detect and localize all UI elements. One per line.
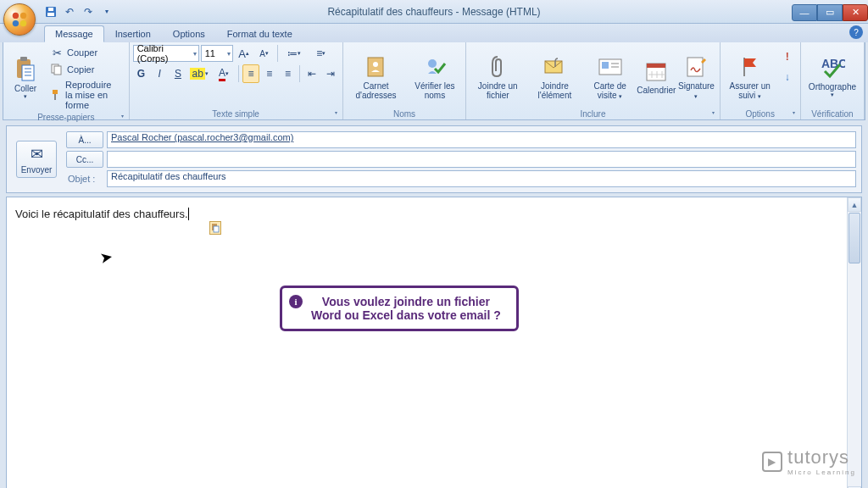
calendar-button[interactable]: Calendrier (637, 44, 675, 108)
paperclip-icon (484, 53, 511, 80)
align-right-button[interactable]: ≡ (280, 64, 297, 83)
align-center-button[interactable]: ≡ (261, 64, 278, 83)
svg-rect-31 (687, 58, 703, 76)
message-body-container: ◢ Voici le récapitulatif des chauffeurs.… (6, 197, 862, 488)
font-color-button[interactable]: A▾ (213, 64, 236, 83)
svg-text:ABC: ABC (821, 57, 845, 70)
undo-icon[interactable]: ↶ (63, 5, 76, 19)
help-button[interactable]: ? (849, 25, 863, 39)
highlight-button[interactable]: ab▾ (188, 64, 211, 83)
follow-up-button[interactable]: Assurer un suivi ▾ (724, 44, 776, 108)
svg-rect-14 (54, 66, 61, 75)
high-importance-button[interactable]: ! (778, 47, 797, 66)
tooltip-line2: Word ou Excel dans votre email ? (311, 308, 501, 322)
group-label-clipboard: Presse-papiers (7, 112, 125, 123)
underline-button[interactable]: S (170, 64, 186, 83)
bullets-button[interactable]: ≔▾ (281, 44, 307, 63)
body-text-content: Voici le récapitulatif des chauffeurs. (15, 208, 188, 220)
address-book-button[interactable]: Carnet d'adresses (347, 44, 406, 108)
send-label: Envoyer (21, 165, 53, 175)
numbering-button[interactable]: ≡▾ (309, 44, 334, 63)
check-names-icon (421, 53, 448, 80)
watermark: ▶ tutorys Micro Learning (762, 446, 856, 476)
paste-label: Coller (14, 84, 36, 93)
svg-point-3 (20, 20, 26, 26)
play-icon: ▶ (762, 452, 782, 472)
spelling-label: Orthographe (809, 82, 856, 92)
message-body[interactable]: Voici le récapitulatif des chauffeurs. (7, 197, 861, 231)
paste-button[interactable]: Coller ▾ (7, 44, 44, 112)
maximize-button[interactable]: ▭ (817, 4, 843, 21)
subject-label: Objet : (66, 174, 103, 184)
ribbon-tabs: Message Insertion Options Format du text… (0, 24, 868, 42)
tab-insertion[interactable]: Insertion (104, 25, 162, 42)
decrease-indent-button[interactable]: ⇤ (303, 64, 320, 83)
spelling-button[interactable]: ABC Orthographe ▾ (804, 44, 860, 108)
italic-button[interactable]: I (151, 64, 168, 83)
watermark-sub: Micro Learning (787, 469, 856, 476)
font-name-combo[interactable]: Calibri (Corps) (133, 45, 199, 62)
check-names-button[interactable]: Vérifier les noms (407, 44, 462, 108)
scroll-up-icon[interactable]: ▲ (848, 197, 861, 212)
info-icon: i (289, 295, 303, 308)
minimize-button[interactable]: — (792, 4, 817, 21)
vertical-scrollbar[interactable]: ▲ ▼ (847, 197, 861, 488)
svg-rect-8 (20, 57, 27, 61)
tab-format[interactable]: Format du texte (216, 25, 303, 42)
font-size-combo[interactable]: 11 (201, 45, 233, 62)
svg-rect-6 (48, 8, 53, 11)
business-card-button[interactable]: Carte de visite ▾ (584, 44, 637, 108)
svg-point-18 (373, 62, 378, 67)
check-names-label: Vérifier les noms (411, 81, 458, 100)
flag-icon (737, 53, 764, 80)
to-field[interactable]: Pascal Rocher (pascal.rocher3@gmail.com) (107, 131, 856, 148)
attach-item-button[interactable]: Joindre l'élément (527, 44, 582, 108)
send-icon: ✉ (31, 145, 43, 164)
tab-options[interactable]: Options (162, 25, 216, 42)
tab-message[interactable]: Message (44, 25, 104, 42)
attach-file-button[interactable]: Joindre un fichier (470, 44, 526, 108)
increase-indent-button[interactable]: ⇥ (322, 64, 339, 83)
shrink-font-button[interactable]: A▾ (255, 44, 274, 63)
svg-point-1 (20, 13, 26, 19)
follow-up-label: Assurer un suivi (730, 81, 771, 100)
send-button[interactable]: ✉ Envoyer (16, 141, 57, 178)
watermark-brand: tutorys (787, 446, 849, 468)
cc-field[interactable] (107, 151, 856, 168)
grow-font-button[interactable]: A▴ (235, 44, 253, 63)
qat-more-icon[interactable]: ▾ (100, 5, 114, 19)
ribbon: Coller ▾ ✂Couper Copier Reproduire la mi… (3, 42, 865, 120)
save-icon[interactable] (44, 5, 58, 19)
svg-rect-16 (54, 94, 56, 100)
title-bar: ↶ ↷ ▾ Récapitulatif des chauffeurs - Mes… (0, 0, 868, 24)
signature-button[interactable]: Signature ▾ (676, 44, 715, 108)
brush-icon (50, 88, 62, 102)
office-button[interactable] (3, 3, 36, 36)
attach-item-icon (541, 53, 568, 80)
quick-access-toolbar: ↶ ↷ ▾ (44, 5, 114, 19)
svg-rect-22 (602, 62, 609, 69)
to-value: Pascal Rocher (pascal.rocher3@gmail.com) (111, 132, 293, 142)
format-painter-button[interactable]: Reproduire la mise en forme (46, 78, 125, 112)
cut-button[interactable]: ✂Couper (46, 44, 125, 61)
group-label-names: Noms (347, 108, 463, 119)
to-button[interactable]: À... (66, 131, 103, 148)
address-book-icon (363, 53, 390, 80)
copy-button[interactable]: Copier (46, 61, 125, 78)
cc-button[interactable]: Cc... (66, 151, 103, 168)
align-left-button[interactable]: ≡ (242, 64, 259, 83)
bold-button[interactable]: G (133, 64, 150, 83)
svg-point-2 (13, 20, 19, 26)
scroll-thumb[interactable] (849, 213, 860, 263)
paste-options-tag[interactable] (209, 221, 221, 235)
close-button[interactable]: ✕ (843, 4, 868, 21)
svg-rect-26 (647, 64, 665, 68)
signature-icon (682, 53, 709, 80)
svg-rect-15 (53, 90, 58, 94)
redo-icon[interactable]: ↷ (81, 5, 95, 19)
cut-icon: ✂ (50, 46, 64, 59)
calendar-icon (643, 58, 670, 85)
low-importance-button[interactable]: ↓ (778, 68, 797, 86)
subject-field[interactable]: Récapitulatif des chauffeurs (107, 170, 856, 187)
text-caret (188, 208, 189, 220)
